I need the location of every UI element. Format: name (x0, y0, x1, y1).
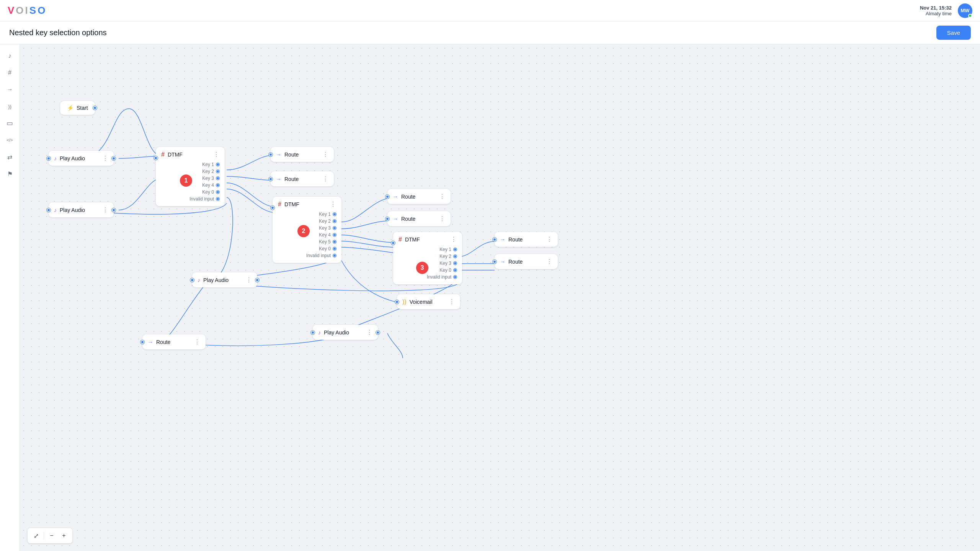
connections-svg (20, 44, 980, 551)
play-audio-4-input-dot[interactable] (311, 331, 315, 334)
expand-button[interactable]: ⤢ (31, 530, 41, 541)
dtmf-3-menu[interactable]: ⋮ (451, 236, 457, 243)
dtmf-2-key1-dot[interactable] (333, 213, 336, 216)
sidebar: ♪ # → )) ▭ </> ⇄ ⚑ (0, 44, 20, 551)
route-2-input-dot[interactable] (269, 177, 273, 181)
dtmf-2-key5-row: Key 5 (278, 238, 336, 245)
dtmf-1-key0-dot[interactable] (216, 191, 219, 194)
canvas-controls: ⤢ − + (28, 528, 72, 543)
play-audio-1-input-dot[interactable] (47, 156, 51, 160)
play-audio-1-label: Play Audio (60, 155, 85, 161)
route-3-menu[interactable]: ⋮ (439, 193, 445, 200)
route-6-input-dot[interactable] (493, 260, 497, 264)
dtmf-2-key4-dot[interactable] (333, 233, 336, 236)
start-node: ⚡ Start (60, 101, 95, 115)
sidebar-icon-arrow[interactable]: → (3, 83, 17, 96)
dtmf-2-key3-dot[interactable] (333, 227, 336, 230)
play-audio-3-menu[interactable]: ⋮ (246, 276, 252, 284)
route-7-icon: → (148, 339, 153, 345)
route-6-menu[interactable]: ⋮ (546, 258, 552, 265)
sidebar-icon-chat[interactable]: ▭ (3, 116, 17, 130)
logo-s: S (29, 5, 37, 16)
play-audio-4-output-dot[interactable] (376, 331, 380, 334)
dtmf-3-invalid-row: Invalid input (399, 274, 457, 280)
dtmf-1-key2-dot[interactable] (216, 170, 219, 173)
start-output-dot[interactable] (93, 106, 97, 110)
dtmf-1-menu[interactable]: ⋮ (213, 151, 219, 158)
play-audio-2-output-dot[interactable] (112, 208, 116, 212)
route-7-menu[interactable]: ⋮ (194, 338, 200, 346)
dtmf-3-input-dot[interactable] (391, 241, 395, 245)
route-1-menu[interactable]: ⋮ (322, 151, 328, 158)
play-audio-1-output-dot[interactable] (112, 156, 116, 160)
dtmf-1-key1-dot[interactable] (216, 163, 219, 166)
dtmf-1-key3-dot[interactable] (216, 177, 219, 180)
route-4-menu[interactable]: ⋮ (439, 215, 445, 222)
save-button[interactable]: Save (936, 26, 971, 40)
route-2-node: → Route ⋮ (271, 171, 334, 186)
sidebar-icon-hash[interactable]: # (3, 66, 17, 80)
route-1-label: Route (284, 152, 299, 158)
route-2-label: Route (284, 176, 299, 182)
dtmf-3-key0-dot[interactable] (454, 269, 457, 272)
dtmf-1-input-dot[interactable] (154, 156, 158, 160)
zoom-out-button[interactable]: − (46, 530, 57, 541)
route-2-menu[interactable]: ⋮ (322, 175, 328, 183)
voicemail-menu[interactable]: ⋮ (449, 298, 455, 305)
dtmf-3-key1-dot[interactable] (454, 248, 457, 251)
dtmf-3-key3-dot[interactable] (454, 262, 457, 265)
sidebar-icon-flag[interactable]: ⚑ (3, 167, 17, 181)
route-5-label: Route (508, 236, 523, 243)
dtmf-2-menu[interactable]: ⋮ (330, 201, 336, 208)
route-4-input-dot[interactable] (385, 217, 389, 221)
dtmf-2-key2-dot[interactable] (333, 220, 336, 223)
datetime: Nov 21, 15:32 Almaty time (920, 5, 952, 16)
route-3-input-dot[interactable] (385, 195, 389, 199)
play-audio-3-output-dot[interactable] (255, 278, 259, 282)
timezone: Almaty time (920, 11, 952, 16)
sidebar-icon-signal[interactable]: )) (3, 99, 17, 113)
dtmf-3-invalid-dot[interactable] (454, 276, 457, 279)
route-3-icon: → (393, 194, 398, 200)
dtmf-3-label: DTMF (405, 236, 420, 243)
dtmf-3-key1-row: Key 1 (399, 246, 457, 253)
dtmf-1-label: DTMF (168, 152, 183, 158)
route-3-label: Route (401, 194, 415, 200)
dtmf-1-key2-row: Key 2 (161, 168, 219, 175)
play-audio-3-node: ♪ Play Audio ⋮ (192, 272, 257, 287)
play-audio-4-label: Play Audio (324, 329, 349, 336)
play-audio-2-input-dot[interactable] (47, 208, 51, 212)
dtmf-2-key5-dot[interactable] (333, 240, 336, 243)
voicemail-input-dot[interactable] (395, 300, 399, 304)
dtmf-3-key2-dot[interactable] (454, 255, 457, 258)
main: ♪ # → )) ▭ </> ⇄ ⚑ (0, 44, 980, 551)
sidebar-icon-transfer[interactable]: ⇄ (3, 150, 17, 164)
route-5-input-dot[interactable] (493, 238, 497, 241)
sidebar-icon-code[interactable]: </> (3, 133, 17, 147)
avatar[interactable]: MW (958, 3, 972, 18)
start-icon: ⚡ (67, 105, 74, 111)
route-7-input-dot[interactable] (140, 340, 144, 344)
play-audio-3-icon: ♪ (198, 277, 200, 283)
play-audio-1-menu[interactable]: ⋮ (102, 155, 108, 162)
play-audio-4-menu[interactable]: ⋮ (366, 329, 372, 336)
play-audio-2-menu[interactable]: ⋮ (102, 206, 108, 214)
sidebar-icon-music[interactable]: ♪ (3, 49, 17, 63)
zoom-in-button[interactable]: + (59, 530, 69, 541)
play-audio-3-input-dot[interactable] (190, 278, 194, 282)
voicemail-label: Voicemail (410, 299, 433, 305)
start-label: Start (77, 105, 88, 111)
route-1-input-dot[interactable] (269, 153, 273, 156)
badge-1: 1 (180, 174, 192, 187)
play-audio-2-label: Play Audio (60, 207, 85, 213)
dtmf-2-invalid-dot[interactable] (333, 254, 336, 257)
route-5-menu[interactable]: ⋮ (546, 236, 552, 243)
route-4-node: → Route ⋮ (387, 211, 451, 226)
voicemail-icon: )) (402, 298, 407, 305)
dtmf-2-input-dot[interactable] (271, 206, 274, 210)
dtmf-1-key4-dot[interactable] (216, 184, 219, 187)
logo-v: V (8, 5, 15, 16)
dtmf-1-invalid-dot[interactable] (216, 197, 219, 201)
dtmf-2-key0-dot[interactable] (333, 247, 336, 250)
play-audio-2-icon: ♪ (54, 207, 57, 213)
